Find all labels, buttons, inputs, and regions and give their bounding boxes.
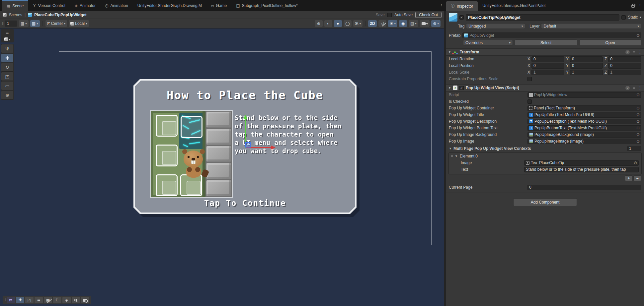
tab-animator[interactable]: ◈ Animator [70, 0, 100, 11]
active-checkbox[interactable]: ✓ [459, 15, 464, 20]
overlay-sliders-button[interactable]: ≣ [35, 297, 43, 303]
object-picker-icon[interactable]: ⊙ [636, 92, 640, 97]
script-field[interactable]: PopUpWidgetView ⊙ [527, 92, 641, 98]
tab-animation[interactable]: ◷ Animation [100, 0, 133, 11]
tab-shadergraph[interactable]: UnityEditor.ShaderGraph.Drawing.M [133, 0, 206, 11]
transform-tool-button[interactable]: ⊕ [1, 91, 13, 99]
tab-version-control[interactable]: ϒ Version Control [28, 0, 70, 11]
visibility-toggle-button[interactable]: ◉ [399, 20, 407, 27]
is-checked-checkbox[interactable] [527, 99, 532, 104]
camera-settings-button[interactable]: ▾ [420, 20, 430, 27]
presets-icon[interactable]: ≡ [633, 50, 635, 54]
debug-mode-button[interactable]: Ж ▾ [353, 20, 363, 27]
tab-grid-paint-palette[interactable]: UnityEditor.Tilemaps.GridPaintPalet [478, 0, 550, 11]
auto-save-checkbox[interactable] [387, 13, 392, 17]
gameobject-name-field[interactable]: PlaceCubeTipPopUpWidget [466, 14, 619, 21]
overlay-moon-button[interactable]: ☾ [53, 297, 61, 303]
array-size-field[interactable]: 1 [627, 146, 641, 151]
mode-2d-button[interactable]: 2D [368, 20, 376, 27]
breadcrumb-object[interactable]: PlaceCubeTipPopUpWidget [34, 13, 87, 17]
handle-position-button[interactable]: Center ▾ [45, 20, 67, 27]
view-options-button[interactable]: ▾ [1, 36, 14, 42]
foldout-icon[interactable]: ▼ [448, 86, 451, 90]
object-picker-icon[interactable]: ⊙ [634, 160, 637, 165]
audio-toggle-button[interactable]: ◁ [378, 20, 386, 27]
object-picker-icon[interactable]: ⊙ [636, 119, 640, 124]
overlay-layers-button[interactable]: ◈ [62, 297, 71, 303]
element-image-field[interactable]: Tex_PlaceCubeTip ⊙ [524, 160, 639, 166]
rotate-tool-button[interactable]: ↻ [1, 63, 13, 72]
widget-title-field[interactable]: T PopUpTitle (Text Mesh Pro UGUI) ⊙ [527, 112, 641, 118]
foldout-icon[interactable]: ▼ [449, 147, 452, 150]
shading-mode-button[interactable]: ⊕ [315, 20, 323, 27]
constrain-checkbox[interactable] [527, 77, 532, 81]
scale-tool-button[interactable]: ◰ [1, 72, 13, 81]
breadcrumb-scenes[interactable]: Scenes [9, 13, 22, 17]
position-x-field[interactable]: 0 [531, 63, 564, 69]
tag-dropdown[interactable]: Untagged ▾ [466, 23, 525, 29]
overlay-camera-button[interactable] [81, 297, 89, 303]
overlay-move-button[interactable]: ✚ [16, 297, 24, 303]
help-icon[interactable]: ? [625, 50, 630, 54]
handle-rotation-button[interactable]: Local ▾ [69, 20, 89, 27]
tab-subgraph[interactable]: ◫ Subgraph_PixelOutline_hollow* [231, 0, 302, 11]
wireframe-button[interactable]: ◯ [344, 20, 352, 27]
toolbar-drag-handle[interactable]: ‖ [2, 21, 3, 26]
remove-element-button[interactable]: − [633, 175, 641, 181]
object-picker-icon[interactable]: ⊙ [636, 106, 640, 110]
open-button[interactable]: Open [579, 39, 642, 46]
element-0-header[interactable]: = ▼ Element 0 [449, 153, 641, 159]
inspector-menu-icon[interactable]: ⋮ [638, 3, 642, 8]
overlay-scale-button[interactable]: ◰ [25, 297, 34, 303]
current-page-field[interactable]: 0 [527, 185, 641, 190]
draw-mode-button[interactable]: ● [334, 20, 342, 27]
overlay-grid-off-button[interactable]: ▦ [44, 297, 52, 303]
multi-page-header[interactable]: ▼ Multi Page Pop Up Widget View Contexts… [446, 145, 644, 152]
overlay-menu-icon[interactable]: ≡ [1, 29, 14, 36]
overlay-drag-handle[interactable]: ‖ [5, 298, 6, 302]
widget-bottom-text-field[interactable]: T PopUpButtomText (Text Mesh Pro UGUI) ⊙ [527, 125, 641, 131]
layer-dropdown[interactable]: Default ▾ [541, 23, 641, 29]
tab-scene[interactable]: ▦ Scene [2, 0, 28, 11]
grid-size-field[interactable]: 1 [5, 21, 17, 27]
scale-z-field[interactable]: 1 [608, 70, 641, 75]
prefab-field[interactable]: PopUpWidget ⊙ [462, 32, 641, 38]
object-picker-icon[interactable]: ⊙ [636, 139, 640, 144]
gizmos-button[interactable]: ⊕ ▾ [431, 20, 441, 27]
widget-description-field[interactable]: T PopUpDescription (Text Mesh Pro UGUI) … [527, 119, 641, 124]
tab-game[interactable]: ∞ Game [206, 0, 231, 11]
position-y-field[interactable]: 0 [570, 63, 603, 69]
foldout-icon[interactable]: ▼ [448, 50, 451, 54]
transform-header[interactable]: ▼ Transform ? ≡ ⋮ [446, 48, 644, 56]
scale-y-field[interactable]: 1 [570, 70, 603, 75]
position-z-field[interactable]: 0 [608, 63, 641, 69]
lighting-toggle-button[interactable]: ☀ ▾ [388, 20, 397, 27]
overrides-dropdown[interactable]: Overrides ▾ [463, 40, 513, 45]
static-dropdown-icon[interactable]: ▾ [640, 16, 641, 19]
drag-grip-icon[interactable]: = [451, 154, 453, 158]
grid-visibility-button[interactable]: ▦ ▾ [19, 20, 29, 27]
rotation-x-field[interactable]: 0 [531, 56, 564, 62]
object-picker-icon[interactable]: ⊙ [636, 132, 640, 137]
move-tool-button[interactable]: ✚ [1, 54, 13, 62]
save-button[interactable]: Save [376, 13, 385, 17]
rotation-z-field[interactable]: 0 [608, 56, 641, 62]
widget-container-field[interactable]: Panel (Rect Transform) ⊙ [527, 105, 641, 111]
element-text-field[interactable]: Stand below or to the side of the pressu… [524, 167, 639, 172]
check-out-button[interactable]: Check Out [415, 12, 442, 18]
image-background-field[interactable]: PopUpImageBackground (Image) ⊙ [527, 132, 641, 138]
tab-inspector[interactable]: ⓘ Inspector [446, 1, 478, 11]
foldout-icon[interactable]: ▼ [455, 154, 458, 158]
component-menu-icon[interactable]: ⋮ [638, 50, 642, 54]
hand-tool-button[interactable]: Ψ [1, 44, 13, 53]
rotation-y-field[interactable]: 0 [570, 56, 603, 62]
shading-wire-button[interactable]: ◐ [324, 20, 332, 27]
add-element-button[interactable]: + [625, 175, 633, 181]
component-menu-icon[interactable]: ⋮ [638, 86, 642, 90]
overlay-shuffle-button[interactable]: ⇄ [7, 297, 15, 303]
scene-viewport[interactable]: ≡ ▾ Ψ ✚ ↻ ◰ ▭ ⊕ How to Place [0, 29, 444, 306]
select-button[interactable]: Select [515, 39, 577, 46]
rect-tool-button[interactable]: ▭ [1, 82, 13, 90]
presets-icon[interactable]: ≡ [633, 86, 635, 90]
scale-x-field[interactable]: 1 [531, 70, 564, 75]
